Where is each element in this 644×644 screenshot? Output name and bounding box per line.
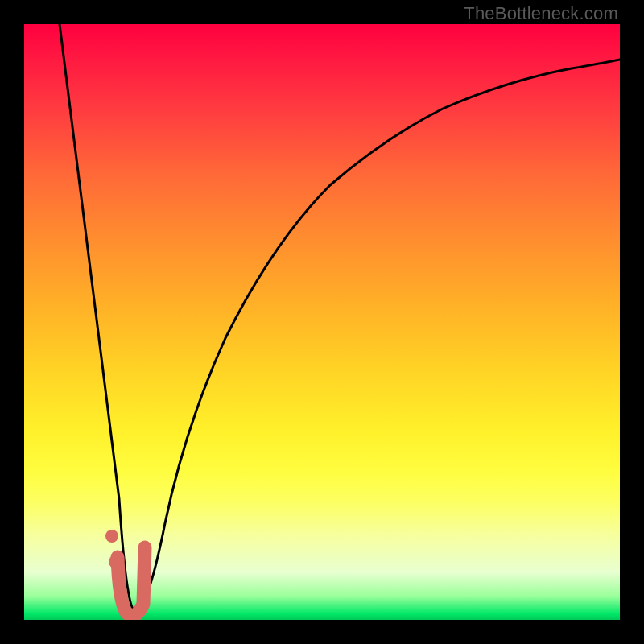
marker-dot-upper [105,530,118,543]
plot-area [24,24,620,620]
chart-container: TheBottleneck.com [0,0,644,644]
marker-dot-lower [109,555,122,568]
curve-layer [24,24,620,620]
watermark-text: TheBottleneck.com [464,3,618,24]
bottleneck-curve [60,24,620,613]
